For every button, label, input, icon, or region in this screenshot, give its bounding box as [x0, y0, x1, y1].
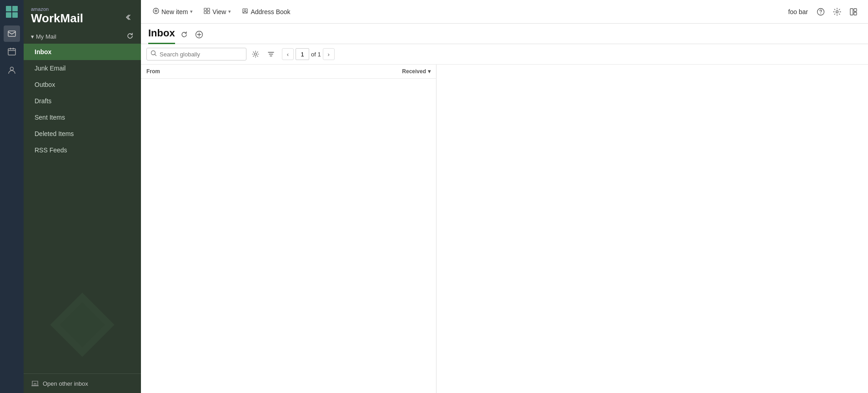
brand: amazon WorkMail [31, 6, 83, 25]
sort-down-icon: ▾ [428, 68, 431, 75]
sidebar-item-inbox[interactable]: Inbox [24, 44, 141, 60]
sidebar-item-rss-feeds[interactable]: RSS Feeds [24, 142, 141, 158]
pagination: ‹ of 1 › [282, 48, 335, 60]
svg-rect-12 [204, 11, 206, 14]
svg-rect-2 [6, 12, 11, 18]
view-label: View [212, 8, 226, 15]
address-book-label: Address Book [251, 8, 290, 15]
search-box[interactable] [146, 48, 246, 60]
svg-rect-18 [850, 9, 853, 15]
sidebar-header: amazon WorkMail [24, 0, 141, 30]
page-next-button[interactable]: › [323, 48, 335, 60]
svg-rect-0 [6, 6, 11, 11]
search-icon [151, 50, 157, 58]
search-input[interactable] [160, 51, 242, 58]
new-item-icon [153, 8, 159, 15]
svg-point-16 [820, 13, 821, 14]
main-content: New item ▾ View ▾ [141, 0, 868, 393]
svg-rect-7 [13, 48, 14, 50]
page-of-label: of 1 [311, 51, 321, 58]
my-mail-section-header[interactable]: ▾ My Mail [24, 30, 141, 44]
inbox-title: Inbox [148, 27, 175, 44]
sidebar-item-junk-email[interactable]: Junk Email [24, 60, 141, 76]
svg-rect-6 [10, 48, 11, 50]
sidebar-item-outbox[interactable]: Outbox [24, 76, 141, 93]
my-mail-label[interactable]: ▾ My Mail [31, 33, 56, 40]
inbox-header: Inbox [141, 24, 868, 44]
contacts-rail-icon[interactable] [4, 62, 20, 78]
svg-point-14 [244, 10, 246, 11]
open-other-inbox-label: Open other inbox [43, 380, 88, 387]
layout-button[interactable] [846, 5, 861, 19]
svg-rect-3 [12, 12, 18, 18]
open-other-inbox-button[interactable]: Open other inbox [24, 373, 141, 393]
col-received-header[interactable]: Received ▾ [402, 68, 431, 75]
svg-rect-5 [8, 49, 15, 55]
sidebar-nav: Inbox Junk Email Outbox Drafts Sent Item… [24, 44, 141, 373]
inbox-add-icon[interactable] [193, 29, 205, 42]
svg-rect-10 [204, 8, 206, 10]
calendar-rail-icon[interactable] [4, 44, 20, 60]
svg-rect-11 [207, 8, 210, 10]
svg-point-23 [255, 53, 257, 55]
svg-rect-13 [207, 11, 210, 14]
filter-icon[interactable] [265, 48, 277, 60]
view-chevron-icon: ▾ [228, 9, 231, 15]
brand-title: WorkMail [31, 12, 83, 25]
svg-rect-20 [854, 12, 857, 15]
svg-rect-4 [8, 31, 15, 36]
my-mail-text: My Mail [36, 33, 56, 40]
list-toolbar: ‹ of 1 › [141, 44, 868, 65]
svg-point-8 [10, 67, 14, 71]
view-button[interactable]: View ▾ [199, 5, 236, 18]
svg-point-17 [836, 10, 838, 13]
sidebar-item-drafts[interactable]: Drafts [24, 93, 141, 109]
sidebar: amazon WorkMail ▾ My Mail Inbox Junk Ema… [24, 0, 141, 393]
collapse-sidebar-button[interactable] [122, 11, 134, 25]
content-area: Inbox [141, 24, 868, 393]
mail-rail-icon[interactable] [4, 25, 20, 42]
svg-rect-19 [854, 9, 857, 11]
email-preview-pane [437, 65, 868, 393]
help-button[interactable] [813, 5, 828, 19]
address-book-icon [242, 8, 248, 15]
search-settings-icon[interactable] [249, 48, 262, 60]
new-item-label: New item [161, 8, 188, 15]
email-list: From Received ▾ [141, 65, 437, 393]
sidebar-item-sent-items[interactable]: Sent Items [24, 109, 141, 126]
email-list-area: From Received ▾ [141, 65, 868, 393]
new-item-button[interactable]: New item ▾ [148, 5, 197, 18]
user-name: foo bar [788, 8, 808, 15]
new-item-chevron-icon: ▾ [190, 9, 193, 15]
email-list-header: From Received ▾ [141, 65, 436, 79]
page-prev-button[interactable]: ‹ [282, 48, 294, 60]
sidebar-item-deleted-items[interactable]: Deleted Items [24, 126, 141, 142]
icon-rail [0, 0, 24, 393]
refresh-mail-icon[interactable] [126, 32, 134, 41]
settings-button[interactable] [830, 5, 844, 19]
col-from-header: From [146, 68, 402, 75]
main-toolbar: New item ▾ View ▾ [141, 0, 868, 24]
chevron-down-icon: ▾ [31, 33, 34, 40]
page-input[interactable] [296, 48, 309, 60]
view-icon [204, 8, 210, 15]
svg-rect-1 [12, 6, 18, 11]
inbox-refresh-icon[interactable] [179, 29, 190, 42]
workmail-logo [4, 4, 20, 20]
address-book-button[interactable]: Address Book [237, 5, 295, 18]
